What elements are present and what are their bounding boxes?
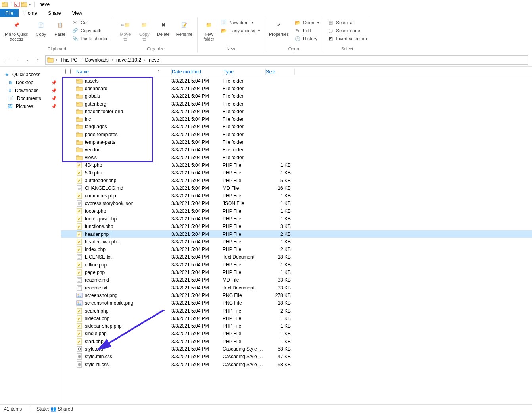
chevron-right-icon[interactable]: › xyxy=(143,58,147,62)
properties-button[interactable]: ✔Properties xyxy=(267,18,291,37)
select-all-button[interactable]: ▦Select all xyxy=(326,19,368,26)
file-row[interactable]: functions.php3/3/2021 5:04 PMPHP File3 K… xyxy=(61,223,532,230)
sidebar-pictures[interactable]: 🖼Pictures📌 xyxy=(2,102,59,110)
file-row[interactable]: single.php3/3/2021 5:04 PMPHP File1 KB xyxy=(61,330,532,338)
file-row[interactable]: style-rtl.css3/3/2021 5:04 PMCascading S… xyxy=(61,361,532,368)
nav-forward-button[interactable]: → xyxy=(13,56,21,64)
paste-button[interactable]: 📋Paste xyxy=(51,18,69,37)
file-type: PNG File xyxy=(223,293,265,298)
file-row[interactable]: vendor3/3/2021 5:04 PMFile folder xyxy=(61,146,532,154)
file-row[interactable]: sidebar-shop.php3/3/2021 5:04 PMPHP File… xyxy=(61,322,532,330)
tab-view[interactable]: View xyxy=(66,9,88,17)
nav-bar: ← → ⌄ ↑ › This PC › Downloads › neve.2.1… xyxy=(0,53,532,67)
rename-button[interactable]: 📝Rename xyxy=(174,18,195,37)
breadcrumb-item[interactable]: neve.2.10.2 xyxy=(115,57,142,63)
file-row[interactable]: gutenberg3/3/2021 5:04 PMFile folder xyxy=(61,100,532,108)
file-row[interactable]: screenshot-mobile.png3/3/2021 5:04 PMPNG… xyxy=(61,299,532,307)
file-row[interactable]: offline.php3/3/2021 5:04 PMPHP File1 KB xyxy=(61,261,532,268)
file-row[interactable]: assets3/3/2021 5:04 PMFile folder xyxy=(61,77,532,85)
file-row[interactable]: screenshot.png3/3/2021 5:04 PMPNG File27… xyxy=(61,291,532,299)
qat-expand-icon[interactable]: ▾ xyxy=(29,2,31,6)
file-name: footer.php xyxy=(85,208,106,214)
select-none-button[interactable]: ▢Select none xyxy=(326,27,368,34)
file-row[interactable]: search.php3/3/2021 5:04 PMPHP File2 KB xyxy=(61,307,532,315)
file-row[interactable]: 500.php3/3/2021 5:04 PMPHP File1 KB xyxy=(61,169,532,177)
copy-to-button[interactable]: 📁Copy to xyxy=(136,18,153,42)
file-row[interactable]: template-parts3/3/2021 5:04 PMFile folde… xyxy=(61,138,532,146)
save-icon[interactable] xyxy=(14,1,20,8)
nav-up-button[interactable]: ↑ xyxy=(33,56,42,64)
file-row[interactable]: footer-pwa.php3/3/2021 5:04 PMPHP File1 … xyxy=(61,215,532,222)
column-name[interactable]: Name˄ xyxy=(75,69,171,75)
window-title: neve xyxy=(39,2,50,7)
tab-home[interactable]: Home xyxy=(19,9,42,17)
file-row[interactable]: style.css3/3/2021 5:04 PMCascading Style… xyxy=(61,345,532,353)
copy-path-button[interactable]: 🔗Copy path xyxy=(70,27,111,34)
breadcrumb-item[interactable]: Downloads xyxy=(84,57,109,63)
delete-button[interactable]: ✖Delete xyxy=(155,18,172,37)
file-row[interactable]: comments.php3/3/2021 5:04 PMPHP File1 KB xyxy=(61,192,532,199)
file-name: header-footer-grid xyxy=(85,109,123,114)
file-row[interactable]: dashboard3/3/2021 5:04 PMFile folder xyxy=(61,85,532,92)
nav-back-button[interactable]: ← xyxy=(2,56,11,64)
breadcrumb-item[interactable]: neve xyxy=(148,57,160,63)
column-divider[interactable] xyxy=(294,69,295,75)
sidebar-documents[interactable]: 📄Documents📌 xyxy=(2,95,59,102)
file-row[interactable]: readme.txt3/3/2021 5:04 PMText Document3… xyxy=(61,284,532,291)
new-folder-button[interactable]: 📁New folder xyxy=(200,18,217,42)
file-row[interactable]: footer.php3/3/2021 5:04 PMPHP File1 KB xyxy=(61,207,532,215)
file-row[interactable]: cypress.storybook.json3/3/2021 5:04 PMJS… xyxy=(61,200,532,207)
breadcrumb[interactable]: › This PC › Downloads › neve.2.10.2 › ne… xyxy=(45,55,528,65)
file-row[interactable]: readme.md3/3/2021 5:04 PMMD File33 KB xyxy=(61,276,532,284)
file-row[interactable]: header.php3/3/2021 5:04 PMPHP File2 KB xyxy=(61,230,532,238)
file-row[interactable]: sidebar.php3/3/2021 5:04 PMPHP File1 KB xyxy=(61,315,532,322)
file-row[interactable]: style.min.css3/3/2021 5:04 PMCascading S… xyxy=(61,353,532,361)
easy-access-button[interactable]: 📂Easy access▾ xyxy=(219,27,261,34)
easyaccess-icon: 📂 xyxy=(221,27,227,34)
pin-quickaccess-button[interactable]: 📌Pin to Quick access xyxy=(2,18,31,42)
file-row[interactable]: 404.php3/3/2021 5:04 PMPHP File1 KB xyxy=(61,161,532,169)
cut-button[interactable]: ✂Cut xyxy=(70,19,111,26)
file-row[interactable]: start.php3/3/2021 5:04 PMPHP File1 KB xyxy=(61,338,532,345)
history-button[interactable]: 🕑History xyxy=(293,35,321,42)
file-row[interactable]: LICENSE.txt3/3/2021 5:04 PMText Document… xyxy=(61,253,532,261)
move-to-button[interactable]: ⬅📁Move to xyxy=(117,18,134,42)
pin-icon: 📌 xyxy=(51,96,57,101)
qat-folder-icon[interactable] xyxy=(21,1,27,8)
file-row[interactable]: views3/3/2021 5:04 PMFile folder xyxy=(61,154,532,161)
file-name: autoloader.php xyxy=(85,178,116,183)
open-button[interactable]: 📂Open▾ xyxy=(293,19,321,26)
txt-icon xyxy=(76,185,83,191)
invert-selection-button[interactable]: ◩Invert selection xyxy=(326,35,368,42)
paste-shortcut-button[interactable]: 📎Paste shortcut xyxy=(70,35,111,42)
sidebar-desktop[interactable]: 🖥Desktop📌 xyxy=(2,79,59,87)
file-list[interactable]: assets3/3/2021 5:04 PMFile folderdashboa… xyxy=(61,77,532,404)
column-type[interactable]: Type xyxy=(223,69,265,75)
tab-share[interactable]: Share xyxy=(42,9,66,17)
sidebar-quick-access[interactable]: ★Quick access xyxy=(2,71,59,79)
chevron-right-icon[interactable]: › xyxy=(79,58,83,62)
file-row[interactable]: header-pwa.php3/3/2021 5:04 PMPHP File1 … xyxy=(61,238,532,245)
new-item-button[interactable]: 📄New item▾ xyxy=(219,19,261,26)
tab-file[interactable]: File xyxy=(0,9,19,17)
file-row[interactable]: CHANGELOG.md3/3/2021 5:04 PMMD File16 KB xyxy=(61,184,532,192)
column-size[interactable]: Size xyxy=(266,69,294,75)
edit-button[interactable]: ✎Edit xyxy=(293,27,321,34)
file-row[interactable]: page-templates3/3/2021 5:04 PMFile folde… xyxy=(61,131,532,138)
css-icon xyxy=(76,353,83,360)
select-all-checkbox[interactable] xyxy=(65,69,71,74)
file-row[interactable]: globals3/3/2021 5:04 PMFile folder xyxy=(61,93,532,100)
chevron-right-icon[interactable]: › xyxy=(110,58,115,62)
copy-button[interactable]: 📄Copy xyxy=(32,18,50,37)
file-row[interactable]: page.php3/3/2021 5:04 PMPHP File1 KB xyxy=(61,268,532,276)
nav-recent-dropdown[interactable]: ⌄ xyxy=(23,56,32,64)
breadcrumb-item[interactable]: This PC xyxy=(60,57,78,63)
file-row[interactable]: inc3/3/2021 5:04 PMFile folder xyxy=(61,115,532,123)
sidebar-downloads[interactable]: ⬇Downloads📌 xyxy=(2,87,59,95)
file-row[interactable]: languages3/3/2021 5:04 PMFile folder xyxy=(61,123,532,131)
column-date[interactable]: Date modified xyxy=(172,69,223,75)
chevron-right-icon[interactable]: › xyxy=(54,58,59,62)
file-row[interactable]: autoloader.php3/3/2021 5:04 PMPHP File5 … xyxy=(61,177,532,184)
file-row[interactable]: index.php3/3/2021 5:04 PMPHP File2 KB xyxy=(61,246,532,253)
file-row[interactable]: header-footer-grid3/3/2021 5:04 PMFile f… xyxy=(61,108,532,115)
